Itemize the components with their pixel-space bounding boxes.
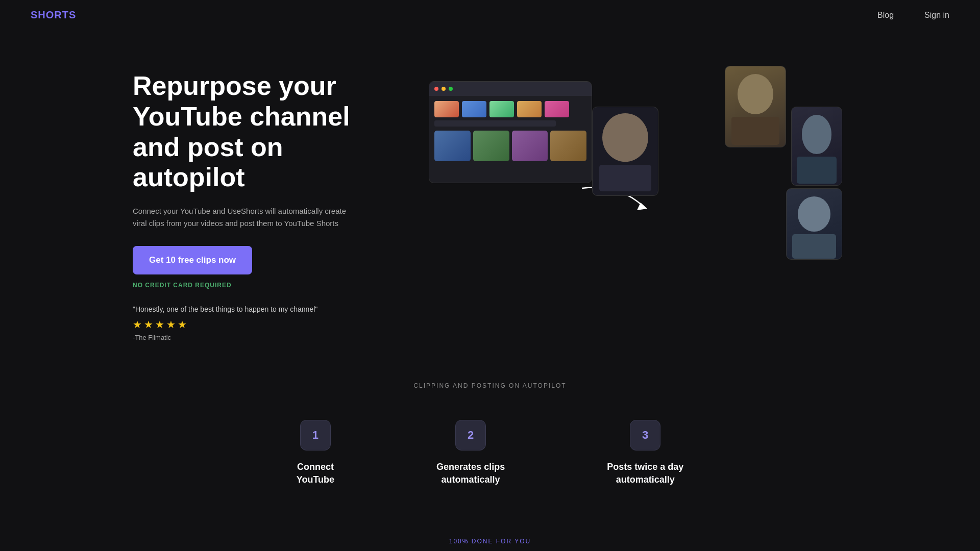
autopilot-label: CLIPPING AND POSTING ON AUTOPILOT — [0, 382, 980, 389]
thumbnail-3 — [489, 101, 514, 117]
step-1: 1 ConnectYouTube — [297, 420, 334, 486]
step-label-3: Posts twice a dayautomatically — [607, 461, 683, 486]
portrait-card-2 — [791, 107, 842, 186]
step-3: 3 Posts twice a dayautomatically — [607, 420, 683, 486]
navbar: SHORTS Blog Sign in — [0, 0, 980, 30]
mini-card-2 — [473, 131, 509, 161]
signin-link[interactable]: Sign in — [924, 11, 949, 20]
svg-marker-0 — [637, 203, 647, 210]
star-5: ★ — [178, 318, 187, 331]
mini-cards — [434, 131, 586, 161]
dot-green — [449, 87, 453, 91]
hero-subtitle: Connect your YouTube and UseShorts will … — [133, 205, 347, 230]
hero-visuals — [429, 66, 847, 219]
thumbnail-2 — [462, 101, 486, 117]
mini-card-1 — [434, 131, 471, 161]
done-label: 100% DONE FOR YOU — [0, 538, 980, 545]
cta-button[interactable]: Get 10 free clips now — [133, 246, 252, 274]
thumbnail-4 — [517, 101, 542, 117]
portrait-card-1 — [725, 66, 786, 147]
body-1 — [731, 117, 779, 145]
star-2: ★ — [144, 318, 153, 331]
star-4: ★ — [166, 318, 176, 331]
no-credit-label: NO CREDIT CARD REQUIRED — [133, 282, 388, 289]
dashboard-content — [429, 96, 592, 166]
dashboard-bar — [429, 82, 592, 96]
title-bar — [434, 120, 556, 127]
dash-row-1 — [434, 101, 586, 117]
dot-yellow — [442, 87, 446, 91]
portrait-card-3 — [786, 188, 842, 260]
body-2 — [797, 157, 837, 184]
face-2 — [802, 115, 832, 154]
thumbnail-1 — [434, 101, 459, 117]
dashboard-preview — [429, 81, 592, 183]
star-3: ★ — [155, 318, 164, 331]
testimonial-author: -The Filmatic — [133, 334, 388, 341]
thumbnail-5 — [545, 101, 569, 117]
testimonial-quote: "Honestly, one of the best things to hap… — [133, 305, 388, 313]
bottom-section: 100% DONE FOR YOU Grow your audience wit… — [0, 517, 980, 551]
body-3 — [792, 234, 836, 259]
mini-card-4 — [550, 131, 586, 161]
step-number-1: 1 — [300, 420, 331, 450]
step-label-1: ConnectYouTube — [297, 461, 334, 486]
face-middle — [602, 113, 648, 162]
stars: ★ ★ ★ ★ ★ — [133, 318, 388, 331]
mini-card-3 — [512, 131, 548, 161]
face-1 — [738, 74, 774, 114]
person-card-middle — [592, 107, 658, 196]
blog-link[interactable]: Blog — [877, 11, 894, 20]
nav-links: Blog Sign in — [877, 11, 949, 20]
steps-section: 1 ConnectYouTube 2 Generates clipsautoma… — [0, 410, 980, 517]
step-number-2: 2 — [455, 420, 486, 450]
hero-section: Repurpose your YouTube channel and post … — [0, 30, 980, 372]
logo[interactable]: SHORTS — [31, 9, 76, 21]
step-2: 2 Generates clipsautomatically — [436, 420, 505, 486]
hero-title: Repurpose your YouTube channel and post … — [133, 71, 388, 193]
dot-red — [434, 87, 438, 91]
hero-content: Repurpose your YouTube channel and post … — [133, 61, 388, 341]
face-3 — [798, 196, 831, 232]
step-label-2: Generates clipsautomatically — [436, 461, 505, 486]
star-1: ★ — [133, 318, 142, 331]
step-number-3: 3 — [630, 420, 660, 450]
body-middle — [599, 165, 651, 191]
